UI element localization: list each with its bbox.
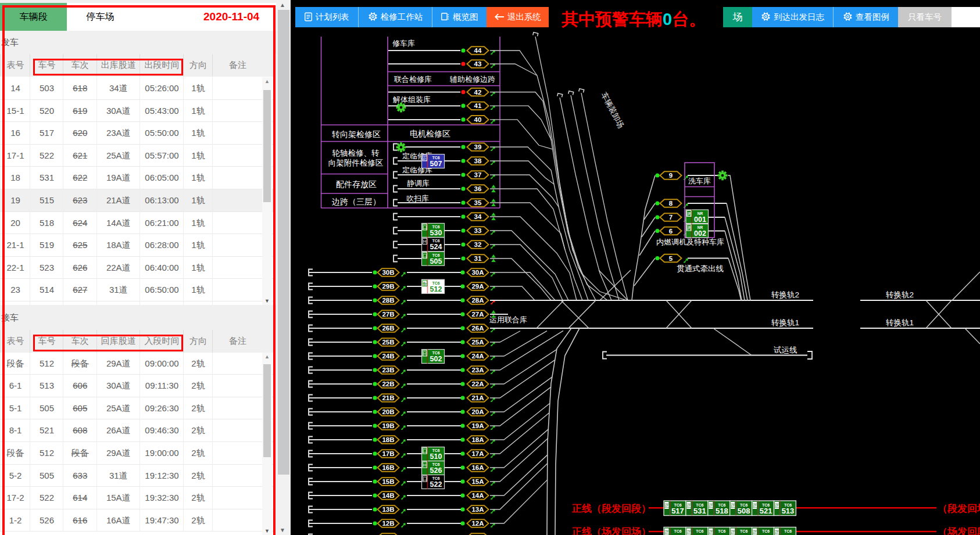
svg-text:TC6: TC6 (762, 529, 770, 533)
svg-text:13B: 13B (382, 506, 394, 513)
svg-text:正线（段发回段）: 正线（段发回段） (571, 503, 651, 514)
svg-text:正: 正 (775, 503, 779, 508)
svg-text:505: 505 (430, 257, 442, 265)
svg-text:23B: 23B (382, 367, 394, 374)
svg-text:22A: 22A (471, 380, 484, 387)
svg-text:7: 7 (669, 214, 673, 221)
svg-text:5: 5 (669, 255, 673, 262)
svg-text:21A: 21A (471, 394, 484, 401)
svg-text:28A: 28A (471, 297, 484, 304)
svg-text:513: 513 (782, 507, 795, 515)
svg-text:23A: 23A (471, 367, 484, 374)
svg-text:25A: 25A (471, 339, 484, 346)
svg-text:口: 口 (423, 225, 427, 230)
svg-text:运用联合库: 运用联合库 (489, 315, 527, 324)
svg-text:35: 35 (474, 199, 482, 206)
svg-text:512: 512 (430, 285, 442, 293)
svg-text:20A: 20A (471, 408, 484, 415)
svg-text:8: 8 (669, 200, 673, 207)
svg-text:转换轨1: 转换轨1 (771, 318, 799, 327)
svg-text:H: H (423, 239, 426, 244)
svg-text:30A: 30A (471, 269, 484, 276)
svg-text:调: 调 (686, 211, 691, 217)
svg-text:TC6: TC6 (718, 529, 725, 533)
svg-text:524: 524 (430, 243, 442, 251)
svg-text:24A: 24A (471, 353, 484, 360)
svg-text:27B: 27B (382, 311, 394, 318)
svg-text:28B: 28B (382, 297, 394, 304)
svg-text:正: 正 (753, 503, 757, 508)
svg-text:39: 39 (474, 143, 482, 150)
svg-text:510: 510 (430, 453, 442, 461)
svg-text:正线（场发回场）: 正线（场发回场） (571, 526, 651, 535)
svg-text:37: 37 (474, 171, 482, 178)
svg-text:29B: 29B (382, 283, 394, 290)
svg-text:530: 530 (430, 229, 442, 237)
svg-text:配件存放区: 配件存放区 (336, 179, 377, 189)
svg-text:13A: 13A (471, 506, 484, 513)
svg-text:36: 36 (474, 185, 482, 192)
svg-text:38: 38 (474, 157, 482, 164)
svg-text:33: 33 (474, 227, 482, 234)
svg-text:正: 正 (664, 503, 669, 508)
svg-text:20B: 20B (382, 408, 394, 415)
svg-text:试运线: 试运线 (774, 346, 797, 354)
svg-text:24B: 24B (382, 353, 394, 360)
svg-text:正: 正 (664, 530, 669, 535)
svg-text:521: 521 (760, 507, 772, 515)
svg-text:522: 522 (430, 480, 442, 489)
svg-text:507: 507 (430, 160, 442, 168)
svg-text:27A: 27A (471, 311, 484, 318)
svg-text:吹扫库: 吹扫库 (406, 194, 429, 203)
svg-text:6: 6 (669, 228, 673, 235)
svg-text:44: 44 (474, 47, 482, 54)
svg-text:口: 口 (423, 476, 427, 482)
svg-text:001: 001 (694, 216, 706, 224)
svg-text:修车库: 修车库 (392, 39, 415, 48)
svg-text:正: 正 (731, 530, 735, 535)
svg-text:19A: 19A (471, 422, 484, 429)
svg-text:（场发回段）: （场发回段） (938, 526, 980, 535)
svg-text:电机检修区: 电机检修区 (410, 129, 450, 138)
svg-text:508: 508 (738, 507, 750, 515)
svg-text:9: 9 (669, 172, 673, 179)
svg-text:转换轨2: 转换轨2 (886, 290, 914, 299)
svg-text:16A: 16A (471, 464, 484, 471)
svg-text:16B: 16B (382, 464, 394, 471)
svg-text:备: 备 (423, 281, 427, 286)
svg-text:正: 正 (709, 503, 713, 508)
svg-text:正: 正 (686, 503, 691, 508)
svg-text:轮轴检修、转: 轮轴检修、转 (332, 149, 380, 157)
svg-text:17B: 17B (382, 450, 394, 457)
svg-text:正: 正 (709, 530, 713, 535)
svg-text:34: 34 (474, 213, 482, 220)
svg-text:17A: 17A (471, 450, 484, 457)
svg-text:14A: 14A (471, 492, 484, 499)
svg-text:静调库: 静调库 (407, 179, 430, 188)
svg-text:40: 40 (474, 116, 482, 123)
svg-text:42: 42 (474, 89, 482, 96)
svg-text:518: 518 (716, 507, 728, 515)
svg-text:32: 32 (474, 241, 482, 248)
svg-text:15B: 15B (382, 478, 394, 485)
svg-text:口: 口 (423, 448, 427, 454)
svg-text:TC6: TC6 (674, 529, 681, 533)
svg-text:43: 43 (474, 60, 482, 67)
svg-text:526: 526 (430, 466, 442, 475)
svg-text:辅助检修边跨: 辅助检修边跨 (449, 75, 495, 84)
svg-text:转换轨1: 转换轨1 (886, 318, 914, 327)
svg-text:502: 502 (430, 355, 442, 363)
svg-text:正: 正 (423, 156, 427, 161)
svg-text:调: 调 (686, 225, 691, 231)
svg-text:41: 41 (474, 102, 482, 109)
svg-text:19B: 19B (382, 422, 394, 429)
svg-text:002: 002 (694, 229, 706, 238)
svg-text:正: 正 (775, 530, 779, 535)
svg-text:18A: 18A (471, 436, 484, 443)
svg-text:TC6: TC6 (784, 529, 792, 533)
svg-text:12B: 12B (382, 520, 394, 527)
svg-text:21B: 21B (382, 394, 394, 401)
svg-text:31: 31 (474, 255, 482, 262)
svg-text:边跨（三层）: 边跨（三层） (332, 197, 381, 206)
svg-text:531: 531 (693, 507, 706, 515)
